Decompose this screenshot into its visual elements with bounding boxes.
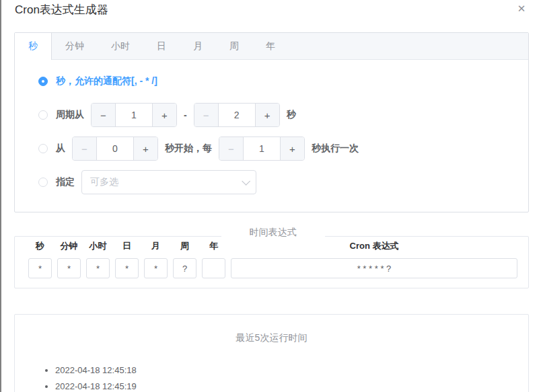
radio-specify[interactable] — [38, 178, 48, 187]
expression-grid: 秒 分钟 小时 日 月 周 年 Cron 表达式 — [28, 240, 517, 278]
tab-year[interactable]: 年 — [252, 33, 289, 59]
tab-day[interactable]: 日 — [143, 33, 180, 59]
expr-col-month: 月 — [144, 240, 168, 278]
tab-content-seconds: 秒，允许的通配符[, - * /] 周期从 − + - − + 秒 从 − — [15, 60, 528, 194]
plus-icon[interactable]: + — [152, 104, 176, 126]
recent-runs-title: 最近5次运行时间 — [15, 332, 528, 344]
tab-minutes[interactable]: 分钟 — [52, 33, 98, 59]
expr-header: 周 — [173, 240, 196, 252]
cron-expression-input[interactable] — [231, 258, 517, 278]
expr-col-year: 年 — [202, 240, 225, 278]
interval-from-label: 从 — [56, 143, 65, 155]
plus-icon[interactable]: + — [280, 137, 304, 160]
wildcard-label: 秒，允许的通配符[, - * /] — [56, 75, 157, 87]
expr-input-day[interactable] — [115, 258, 139, 278]
specify-select[interactable]: 可多选 — [81, 170, 256, 194]
specify-select-placeholder: 可多选 — [90, 176, 242, 188]
expr-header: 小时 — [86, 240, 110, 252]
expr-col-seconds: 秒 — [28, 240, 52, 278]
tab-month[interactable]: 月 — [180, 33, 216, 59]
interval-start-input[interactable] — [97, 137, 133, 160]
interval-middle-label: 秒开始，每 — [165, 143, 212, 155]
expr-col-cron: Cron 表达式 — [231, 240, 517, 278]
minus-icon[interactable]: − — [73, 137, 97, 160]
chevron-down-icon — [242, 177, 250, 186]
expr-col-hours: 小时 — [86, 240, 110, 278]
run-time-item: 2022-04-18 12:45:19 — [55, 382, 528, 391]
cycle-to-input[interactable] — [219, 104, 255, 126]
cycle-unit-label: 秒 — [287, 109, 296, 121]
run-time-item: 2022-04-18 12:45:18 — [55, 366, 528, 375]
expr-header: 月 — [144, 240, 168, 252]
tab-hours[interactable]: 小时 — [98, 33, 143, 59]
interval-step-stepper: − + — [219, 136, 305, 161]
interval-suffix-label: 秒执行一次 — [312, 143, 359, 155]
cycle-from-stepper: − + — [91, 103, 177, 127]
plus-icon[interactable]: + — [133, 137, 157, 160]
expr-col-day: 日 — [115, 240, 139, 278]
radio-cycle[interactable] — [38, 110, 48, 120]
cycle-dash: - — [184, 110, 187, 120]
option-row-wildcard: 秒，允许的通配符[, - * /] — [38, 69, 515, 93]
expr-col-minutes: 分钟 — [57, 240, 81, 278]
dialog-title: Cron表达式生成器 — [15, 2, 528, 18]
expression-section: 时间表达式 秒 分钟 小时 日 月 周 年 — [14, 230, 529, 288]
plus-icon[interactable]: + — [255, 104, 279, 126]
expr-header: 分钟 — [57, 240, 81, 252]
expr-input-seconds[interactable] — [28, 258, 52, 278]
option-row-interval: 从 − + 秒开始，每 − + 秒执行一次 — [38, 136, 515, 161]
expr-input-month[interactable] — [144, 258, 168, 278]
tab-bar: 秒 分钟 小时 日 月 周 年 — [15, 33, 528, 60]
expr-input-hours[interactable] — [86, 258, 110, 278]
expr-input-week[interactable] — [173, 258, 196, 278]
expr-col-week: 周 — [173, 240, 196, 278]
close-icon[interactable]: ✕ — [515, 3, 528, 15]
cycle-from-input[interactable] — [116, 104, 152, 126]
minus-icon[interactable]: − — [194, 104, 219, 126]
radio-interval[interactable] — [38, 144, 48, 153]
option-row-specify: 指定 可多选 — [38, 170, 515, 194]
option-row-cycle: 周期从 − + - − + 秒 — [38, 103, 515, 127]
tab-seconds[interactable]: 秒 — [15, 33, 52, 60]
recent-runs-section: 最近5次运行时间 2022-04-18 12:45:18 2022-04-18 … — [14, 314, 529, 392]
expr-header: 日 — [115, 240, 139, 252]
interval-step-input[interactable] — [244, 137, 280, 160]
cron-header: Cron 表达式 — [231, 240, 517, 252]
cycle-from-label: 周期从 — [56, 109, 84, 121]
expr-header: 年 — [202, 240, 225, 252]
interval-start-stepper: − + — [72, 136, 158, 161]
expr-header: 秒 — [28, 240, 52, 252]
cycle-to-stepper: − + — [194, 103, 280, 127]
recent-runs-list: 2022-04-18 12:45:18 2022-04-18 12:45:19 — [15, 366, 528, 391]
tab-week[interactable]: 周 — [216, 33, 252, 59]
expr-input-year[interactable] — [202, 258, 225, 278]
minus-icon[interactable]: − — [92, 104, 116, 126]
expr-input-minutes[interactable] — [57, 258, 81, 278]
radio-wildcard[interactable] — [38, 77, 48, 86]
specify-label: 指定 — [56, 176, 75, 188]
minus-icon[interactable]: − — [219, 137, 244, 160]
cron-tabs-card: 秒 分钟 小时 日 月 周 年 秒，允许的通配符[, - * /] 周期从 − … — [14, 32, 529, 212]
dialog-header: Cron表达式生成器 ✕ — [15, 2, 528, 18]
window-edge — [0, 0, 1, 392]
